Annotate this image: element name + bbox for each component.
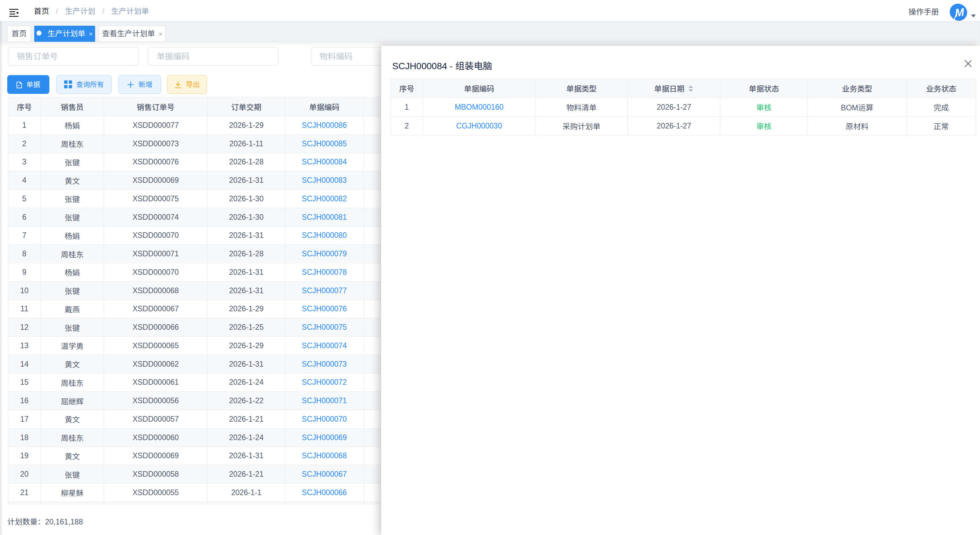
svg-text:M: M <box>955 6 965 19</box>
